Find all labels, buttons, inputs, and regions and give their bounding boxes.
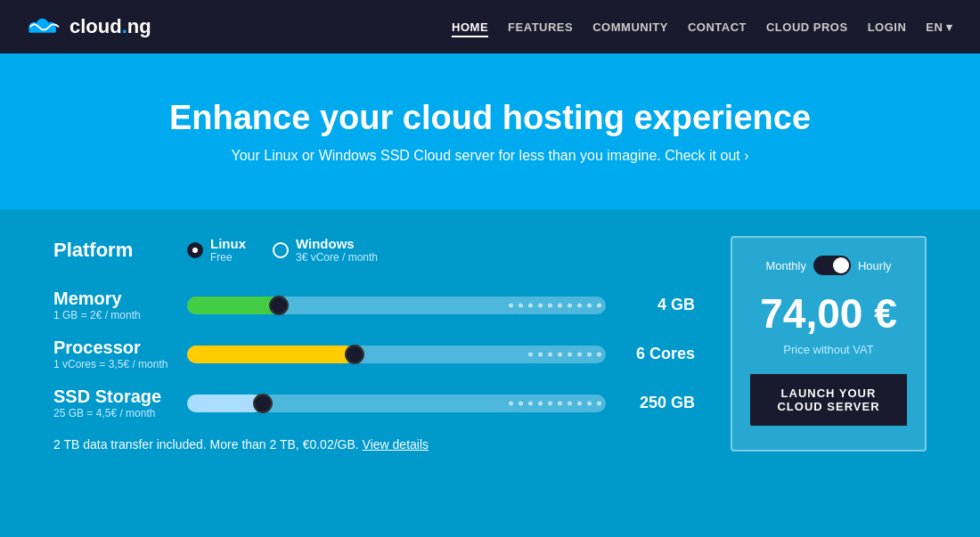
price-vat: Price without VAT xyxy=(783,343,873,356)
logo-text: cloud.ng xyxy=(69,15,151,38)
nav-link-cloud-pros[interactable]: CLOUD PROS xyxy=(766,20,848,34)
dot xyxy=(519,303,523,307)
platform-linux[interactable]: Linux Free xyxy=(187,236,246,264)
linux-label: Linux xyxy=(210,236,246,251)
memory-slider-row: Memory 1 GB = 2€ / month xyxy=(53,289,695,321)
dot xyxy=(519,401,523,405)
hero-heading: Enhance your cloud hosting experience xyxy=(169,99,811,137)
memory-label-area: Memory 1 GB = 2€ / month xyxy=(53,289,169,321)
dot xyxy=(597,401,601,405)
ssd-fill xyxy=(187,395,263,412)
dot xyxy=(558,352,562,356)
nav-item-home[interactable]: HOME xyxy=(452,19,488,35)
config-inner: Platform Linux Free Windows 3€ vCore xyxy=(53,236,927,452)
dot xyxy=(577,401,582,405)
windows-sub: 3€ vCore / month xyxy=(296,251,378,264)
platform-radio-group: Linux Free Windows 3€ vCore / month xyxy=(187,236,378,264)
memory-sublabel: 1 GB = 2€ / month xyxy=(53,309,169,321)
processor-sublabel: 1 vCores = 3,5€ / month xyxy=(53,358,169,370)
memory-track-area[interactable] xyxy=(187,293,606,318)
processor-dots xyxy=(528,352,601,356)
dot xyxy=(558,303,562,307)
dot xyxy=(528,303,533,307)
hero-section: Enhance your cloud hosting experience Yo… xyxy=(0,53,980,209)
ssd-track-area[interactable] xyxy=(187,391,606,416)
nav-item-login[interactable]: LOGIN xyxy=(868,19,907,35)
processor-track[interactable] xyxy=(187,346,606,363)
config-left: Platform Linux Free Windows 3€ vCore xyxy=(53,236,695,452)
footer-note: 2 TB data transfer included. More than 2… xyxy=(53,437,695,452)
footer-note-link[interactable]: View details xyxy=(363,437,429,452)
radio-linux-circle[interactable] xyxy=(187,242,203,258)
dot xyxy=(548,352,552,356)
launch-button[interactable]: LAUNCH YOUR CLOUD SERVER xyxy=(750,374,907,426)
processor-thumb[interactable] xyxy=(345,345,364,364)
platform-windows[interactable]: Windows 3€ vCore / month xyxy=(273,236,378,264)
dot xyxy=(509,401,513,405)
memory-track[interactable] xyxy=(187,297,606,314)
nav-link-features[interactable]: FEATURES xyxy=(508,20,573,34)
dot xyxy=(568,352,572,356)
nav-link-community[interactable]: COMMUNITY xyxy=(592,20,668,34)
configurator-section: Platform Linux Free Windows 3€ vCore xyxy=(0,209,980,537)
dot xyxy=(587,401,592,405)
pricing-card: Monthly Hourly 74,00 € Price without VAT… xyxy=(731,236,927,452)
memory-thumb[interactable] xyxy=(269,296,289,315)
memory-label: Memory xyxy=(53,289,169,309)
logo[interactable]: cloud.ng xyxy=(27,15,151,38)
platform-row: Platform Linux Free Windows 3€ vCore xyxy=(53,236,695,264)
processor-slider-row: Processor 1 vCores = 3,5€ / month xyxy=(53,338,695,370)
nav-item-features[interactable]: FEATURES xyxy=(508,19,573,35)
logo-icon xyxy=(27,18,62,36)
dot xyxy=(528,401,533,405)
dot xyxy=(509,303,513,307)
processor-value: 6 Cores xyxy=(624,345,695,363)
ssd-thumb[interactable] xyxy=(253,394,273,413)
nav-item-community[interactable]: COMMUNITY xyxy=(592,19,668,35)
hero-subtext: Your Linux or Windows SSD Cloud server f… xyxy=(231,148,748,164)
radio-linux-text: Linux Free xyxy=(210,236,246,264)
dot xyxy=(538,401,543,405)
ssd-dots xyxy=(509,401,601,405)
dot xyxy=(587,303,592,307)
dot xyxy=(577,303,582,307)
navbar: cloud.ng HOME FEATURES COMMUNITY CONTACT… xyxy=(0,0,980,53)
processor-fill xyxy=(187,346,355,363)
billing-toggle-switch[interactable] xyxy=(813,256,851,275)
radio-windows-circle[interactable] xyxy=(273,242,289,258)
dot xyxy=(587,352,592,356)
price-display: 74,00 € xyxy=(760,293,896,334)
nav-link-lang[interactable]: EN ▾ xyxy=(926,20,953,34)
billing-hourly-label: Hourly xyxy=(858,259,892,273)
ssd-track[interactable] xyxy=(187,395,606,412)
processor-track-area[interactable] xyxy=(187,342,606,367)
toggle-knob xyxy=(833,257,849,273)
dot xyxy=(538,303,543,307)
processor-label: Processor xyxy=(53,338,169,358)
nav-item-contact[interactable]: CONTACT xyxy=(688,19,747,35)
ssd-value: 250 GB xyxy=(624,394,695,412)
dot xyxy=(597,352,601,356)
ssd-slider-row: SSD Storage 25 GB = 4,5€ / month xyxy=(53,386,695,419)
nav-item-cloud-pros[interactable]: CLOUD PROS xyxy=(766,19,848,35)
billing-toggle: Monthly Hourly xyxy=(750,256,907,275)
dot xyxy=(597,303,601,307)
nav-link-login[interactable]: LOGIN xyxy=(868,20,907,34)
nav-link-contact[interactable]: CONTACT xyxy=(688,20,747,34)
dot xyxy=(528,352,533,356)
nav-item-lang[interactable]: EN ▾ xyxy=(926,19,953,35)
billing-monthly-label: Monthly xyxy=(765,259,806,273)
processor-label-area: Processor 1 vCores = 3,5€ / month xyxy=(53,338,169,370)
footer-note-text: 2 TB data transfer included. More than 2… xyxy=(53,437,359,452)
dot xyxy=(568,401,572,405)
linux-sub: Free xyxy=(210,251,246,264)
dot xyxy=(548,303,552,307)
memory-fill xyxy=(187,297,279,314)
radio-windows-text: Windows 3€ vCore / month xyxy=(296,236,378,264)
dot xyxy=(538,352,543,356)
ssd-sublabel: 25 GB = 4,5€ / month xyxy=(53,407,169,419)
nav-link-home[interactable]: HOME xyxy=(452,20,488,37)
nav-links: HOME FEATURES COMMUNITY CONTACT CLOUD PR… xyxy=(452,19,953,35)
dot xyxy=(568,303,572,307)
dot xyxy=(577,352,582,356)
